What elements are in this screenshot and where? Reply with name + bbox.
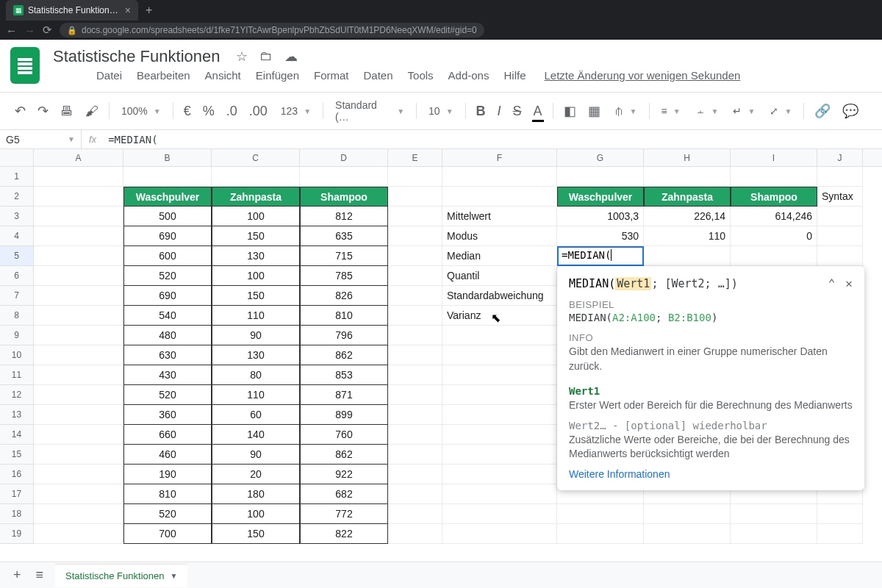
- print-button[interactable]: 🖶: [56, 101, 78, 122]
- cell[interactable]: [34, 425, 123, 445]
- cell[interactable]: [34, 326, 123, 345]
- cell[interactable]: [731, 504, 817, 524]
- cell[interactable]: 226,14: [644, 207, 731, 226]
- cell[interactable]: [442, 445, 557, 465]
- cell[interactable]: [442, 345, 557, 365]
- cell[interactable]: [34, 365, 123, 385]
- cell[interactable]: [388, 226, 442, 246]
- cell[interactable]: 826: [300, 286, 388, 306]
- cell[interactable]: [442, 465, 557, 484]
- fx-close-icon[interactable]: ✕: [845, 276, 853, 290]
- strike-button[interactable]: S: [509, 101, 526, 122]
- sheet-tab-active[interactable]: Statistische Funktionen▼: [55, 564, 187, 587]
- comment-button[interactable]: 💬: [838, 100, 863, 122]
- col-header-A[interactable]: A: [34, 149, 123, 166]
- cell[interactable]: [388, 187, 442, 207]
- menu-addons[interactable]: Add-ons: [442, 66, 496, 85]
- row-header[interactable]: 3: [0, 207, 34, 226]
- cell[interactable]: Varianz: [442, 306, 557, 326]
- cell[interactable]: Zahnpasta: [212, 187, 300, 207]
- row-header[interactable]: 4: [0, 226, 34, 246]
- cell[interactable]: [817, 524, 863, 544]
- cell[interactable]: 810: [123, 484, 212, 504]
- cell[interactable]: 922: [300, 465, 388, 484]
- cell[interactable]: [442, 385, 557, 405]
- zoom-select[interactable]: 100%▼: [115, 103, 167, 119]
- cell[interactable]: 110: [212, 385, 300, 405]
- cell[interactable]: 430: [123, 365, 212, 385]
- cell[interactable]: [817, 167, 863, 187]
- cell[interactable]: [34, 246, 123, 266]
- all-sheets-button[interactable]: ≡: [33, 564, 47, 586]
- text-color-button[interactable]: A: [529, 101, 547, 122]
- reload-button[interactable]: ⟳: [43, 24, 52, 37]
- cell[interactable]: 520: [123, 266, 212, 286]
- borders-button[interactable]: ▦: [584, 100, 605, 122]
- cell[interactable]: Modus: [442, 226, 557, 246]
- row-header[interactable]: 13: [0, 405, 34, 425]
- cell[interactable]: [34, 385, 123, 405]
- cell[interactable]: 540: [123, 306, 212, 326]
- cell[interactable]: 60: [212, 405, 300, 425]
- paint-format-button[interactable]: 🖌: [81, 101, 103, 122]
- row-header[interactable]: 17: [0, 484, 34, 504]
- cell[interactable]: 90: [212, 445, 300, 465]
- cell[interactable]: 100: [212, 207, 300, 226]
- col-header-B[interactable]: B: [123, 149, 212, 166]
- menu-daten[interactable]: Daten: [357, 66, 400, 85]
- col-header-E[interactable]: E: [388, 149, 442, 166]
- menu-ansicht[interactable]: Ansicht: [198, 66, 248, 85]
- cell[interactable]: 150: [212, 226, 300, 246]
- cell[interactable]: [388, 405, 442, 425]
- redo-button[interactable]: ↷: [33, 100, 53, 122]
- forward-button[interactable]: →: [24, 24, 35, 37]
- cell[interactable]: [557, 167, 644, 187]
- cell[interactable]: [212, 167, 300, 187]
- cell[interactable]: 100: [212, 266, 300, 286]
- cell[interactable]: 90: [212, 326, 300, 345]
- cell[interactable]: 660: [123, 425, 212, 445]
- cell[interactable]: [34, 226, 123, 246]
- cell[interactable]: 100: [212, 504, 300, 524]
- cell[interactable]: 785: [300, 266, 388, 286]
- cell[interactable]: 480: [123, 326, 212, 345]
- cell[interactable]: 520: [123, 504, 212, 524]
- cell[interactable]: [388, 246, 442, 266]
- cell[interactable]: 796: [300, 326, 388, 345]
- merge-button[interactable]: ⫛▼: [608, 103, 643, 119]
- browser-tab[interactable]: ▦ Statistische Funktionen - Google ×: [6, 0, 138, 21]
- formula-input[interactable]: =MEDIAN(: [104, 134, 162, 146]
- col-header-G[interactable]: G: [557, 149, 644, 166]
- address-bar[interactable]: 🔒 docs.google.com/spreadsheets/d/1fke71Y…: [60, 23, 484, 37]
- last-edit-link[interactable]: Letzte Änderung vor wenigen Sekunden: [544, 69, 740, 82]
- fill-color-button[interactable]: ◧: [559, 100, 581, 122]
- cell[interactable]: 460: [123, 445, 212, 465]
- cell[interactable]: Median: [442, 246, 557, 266]
- tab-close-icon[interactable]: ×: [125, 4, 131, 16]
- italic-button[interactable]: I: [493, 101, 506, 122]
- cell[interactable]: [442, 365, 557, 385]
- cell[interactable]: Waschpulver: [123, 187, 212, 207]
- cell[interactable]: [388, 385, 442, 405]
- cell[interactable]: [442, 504, 557, 524]
- cell[interactable]: Quantil: [442, 266, 557, 286]
- cell[interactable]: [388, 484, 442, 504]
- menu-datei[interactable]: Datei: [90, 66, 129, 85]
- cell[interactable]: 80: [212, 365, 300, 385]
- cell[interactable]: [34, 405, 123, 425]
- row-header[interactable]: 19: [0, 524, 34, 544]
- row-header[interactable]: 11: [0, 365, 34, 385]
- cell[interactable]: 600: [123, 246, 212, 266]
- cell[interactable]: 871: [300, 385, 388, 405]
- cell[interactable]: 360: [123, 405, 212, 425]
- cell[interactable]: [388, 425, 442, 445]
- name-box[interactable]: G5▼: [0, 134, 81, 146]
- cell[interactable]: [34, 306, 123, 326]
- active-cell-editor[interactable]: =MEDIAN(: [557, 246, 644, 266]
- menu-einfuegen[interactable]: Einfügen: [249, 66, 306, 85]
- cell[interactable]: [34, 286, 123, 306]
- cell[interactable]: 130: [212, 345, 300, 365]
- decrease-decimal-button[interactable]: .0: [222, 101, 242, 122]
- cell[interactable]: 810: [300, 306, 388, 326]
- cell[interactable]: [388, 167, 442, 187]
